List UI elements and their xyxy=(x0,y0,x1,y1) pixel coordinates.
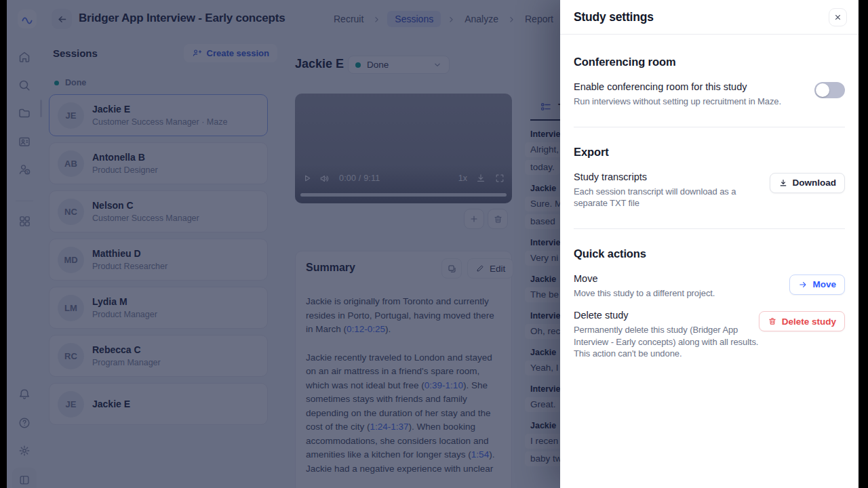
move-row: Move Move this study to a different proj… xyxy=(574,273,845,300)
move-study-button[interactable]: Move xyxy=(789,274,845,295)
close-icon xyxy=(833,13,842,22)
export-row: Study transcripts Each session transcrip… xyxy=(574,171,845,209)
trash-icon xyxy=(768,317,777,326)
study-transcripts-desc: Each session transcript will download as… xyxy=(574,186,770,209)
sheet-header: Study settings xyxy=(560,0,859,35)
move-label: Move xyxy=(574,273,715,284)
conferencing-toggle[interactable] xyxy=(814,82,845,98)
conferencing-heading: Conferencing room xyxy=(574,56,845,68)
delete-button-label: Delete study xyxy=(782,317,836,327)
screen: Bridger App Interview - Early concepts R… xyxy=(0,0,868,488)
toggle-knob xyxy=(816,83,829,97)
close-button[interactable] xyxy=(829,8,847,26)
arrow-right-icon xyxy=(798,280,808,289)
delete-study-button[interactable]: Delete study xyxy=(759,311,845,331)
download-icon xyxy=(778,178,788,188)
quick-actions-heading: Quick actions xyxy=(574,247,845,260)
move-desc: Move this study to a different project. xyxy=(574,287,715,300)
download-label: Download xyxy=(793,178,837,188)
delete-row: Delete study Permanently delete this stu… xyxy=(574,310,845,360)
delete-study-label: Delete study xyxy=(574,310,759,321)
section-divider xyxy=(574,228,845,229)
delete-study-desc: Permanently delete this study (Bridger A… xyxy=(574,324,759,360)
sheet-title: Study settings xyxy=(574,10,654,24)
study-settings-panel: Study settings Conferencing room Enable … xyxy=(560,0,859,488)
section-divider xyxy=(574,127,845,127)
sheet-body: Conferencing room Enable conferencing ro… xyxy=(560,56,859,360)
export-heading: Export xyxy=(574,146,845,159)
conferencing-desc: Run interviews without setting up recrui… xyxy=(574,96,781,108)
conferencing-row: Enable conferencing room for this study … xyxy=(574,81,845,108)
study-transcripts-label: Study transcripts xyxy=(574,171,770,182)
download-transcripts-button[interactable]: Download xyxy=(770,173,846,193)
move-button-label: Move xyxy=(812,279,836,289)
conferencing-toggle-label: Enable conferencing room for this study xyxy=(574,81,781,92)
